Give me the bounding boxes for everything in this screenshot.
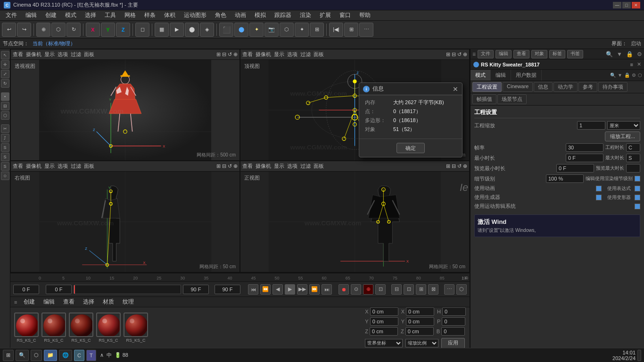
rp-menu[interactable]: ≡ [472, 51, 476, 58]
menu-mograph[interactable]: 运动图形 [180, 10, 210, 20]
redo-button[interactable]: ↪ [17, 23, 31, 37]
menu-simulate[interactable]: 模拟 [251, 10, 270, 20]
obj-expand-icon[interactable]: ≡ [630, 62, 633, 67]
go-end-btn[interactable]: ⏭ [322, 284, 332, 295]
vp4-filter[interactable]: 过滤 [300, 163, 311, 170]
node-space-value[interactable]: 当前（标准/物理） [33, 40, 75, 47]
frame-end-input[interactable] [183, 285, 209, 294]
mat-menu[interactable]: ≡ [14, 299, 17, 305]
lt-snap[interactable]: ⊹ [1, 172, 9, 180]
scale-select[interactable]: 缩放比例 [405, 339, 438, 347]
light-btn[interactable]: ✦ [249, 23, 264, 37]
vp4-camera[interactable]: 摄像机 [256, 163, 271, 170]
rp-edit[interactable]: 编辑 [495, 50, 512, 58]
vp2-select[interactable]: 选项 [287, 51, 297, 58]
mat-create[interactable]: 创建 [22, 297, 37, 307]
obj-close-icon[interactable]: ✕ [637, 61, 641, 67]
show-desktop-button[interactable] [637, 350, 641, 361]
cube-btn[interactable]: ⬛ [219, 23, 233, 37]
interface-value[interactable]: 启动 [631, 40, 641, 47]
coord-system-select[interactable]: 世界坐标 局部坐标 [365, 339, 403, 347]
mat-preview-3[interactable] [69, 313, 93, 337]
subtab-ref[interactable]: 参考 [578, 82, 597, 92]
pos-x-input[interactable] [370, 307, 398, 316]
menu-extend[interactable]: 扩展 [316, 10, 335, 20]
auto-key[interactable]: ⊕ [363, 284, 373, 295]
menu-window[interactable]: 窗口 [336, 10, 355, 20]
step-fwd-btn[interactable]: ▶▶ [297, 284, 307, 295]
pos-z-input[interactable] [370, 327, 398, 336]
menu-animate[interactable]: 动画 [231, 10, 250, 20]
fps-input[interactable] [566, 143, 603, 152]
proj-duration-input[interactable] [626, 143, 640, 152]
rp-tag[interactable]: 标签 [549, 50, 565, 58]
vp3-display[interactable]: 显示 [44, 163, 55, 170]
size-z-input[interactable] [405, 327, 434, 336]
attr-expand[interactable]: ⬡ [638, 73, 642, 78]
mat-preview-1[interactable] [14, 313, 39, 337]
vp1-view[interactable]: 查看 [13, 51, 23, 58]
anim-checkbox[interactable] [596, 186, 602, 191]
vp1-select[interactable]: 选项 [58, 51, 68, 58]
timeline-mode1[interactable]: ⊟ [391, 284, 402, 295]
motion-checkbox[interactable] [635, 204, 640, 209]
attr-lock[interactable]: 🔒 [624, 73, 630, 78]
attr-tab-userdata[interactable]: 用户数据 [511, 70, 542, 81]
explorer-button[interactable]: 📁 [44, 350, 57, 361]
max-time-input[interactable] [626, 154, 640, 162]
menu-edit[interactable]: 编辑 [22, 10, 41, 20]
lt-points[interactable]: • [1, 92, 9, 101]
menu-character[interactable]: 角色 [211, 10, 230, 20]
go-start-btn[interactable]: ⏮ [248, 284, 258, 295]
record-btn[interactable]: ⬤ [185, 23, 199, 37]
vp3-filter[interactable]: 过滤 [71, 163, 81, 170]
subtab-todo[interactable]: 待办事项 [598, 82, 627, 92]
lt-rotate[interactable]: ↻ [1, 79, 9, 88]
menu-create[interactable]: 创建 [41, 10, 60, 20]
menu-render[interactable]: 渲染 [296, 10, 315, 20]
timeline-mode4[interactable]: ⊠ [428, 284, 438, 295]
menu-mesh[interactable]: 网格 [121, 10, 140, 20]
subtab-cineware[interactable]: Cineware [503, 82, 533, 92]
info-dialog-close[interactable]: ✕ [453, 85, 458, 93]
material-item-4[interactable]: RS_KS_C [96, 313, 121, 343]
scale-input[interactable] [577, 121, 605, 130]
min-time-input[interactable] [566, 154, 603, 162]
rot-p-input[interactable] [442, 317, 465, 326]
frame-current-input[interactable] [13, 285, 39, 294]
axis-y[interactable]: Y [101, 23, 115, 37]
step-back-btn[interactable]: ◀ [272, 284, 283, 295]
tray-arrow[interactable]: ∧ [100, 352, 104, 358]
play-btn[interactable]: ▶ [285, 284, 295, 295]
menu-tracker[interactable]: 跟踪器 [271, 10, 295, 20]
attr-search[interactable]: 🔍 [610, 73, 616, 78]
teams-button[interactable]: T [86, 350, 96, 361]
menu-tools[interactable]: 工具 [101, 10, 120, 20]
subtab-scene-nodes[interactable]: 场景节点 [497, 94, 527, 104]
attr-tab-edit[interactable]: 编辑 [491, 70, 511, 81]
subtab-dynamics[interactable]: 动力学 [553, 82, 578, 92]
material-item-5[interactable]: RS_KS_C [124, 313, 148, 343]
search-button[interactable]: 🔍 [16, 350, 29, 361]
preview-max-input[interactable] [626, 164, 640, 173]
viewport-right[interactable]: 查看 摄像机 显示 选项 过滤 面板 ⊞ ⊟ ↺ ⊕ 右视图 [10, 161, 240, 272]
rp-search-icon[interactable]: 🔍 [606, 51, 613, 58]
unit-select[interactable]: 厘米 米 [607, 121, 640, 130]
frame-start-input[interactable] [46, 285, 72, 294]
generator-btn[interactable]: ⊞ [310, 23, 324, 37]
move-tool[interactable]: ⊕ [36, 23, 50, 37]
vp4-view[interactable]: 查看 [242, 163, 253, 170]
timeline-extra2[interactable]: ⬡ [456, 284, 467, 295]
vp3-select[interactable]: 选项 [58, 163, 68, 170]
rp-bookmark[interactable]: 书签 [567, 50, 583, 58]
axis-z[interactable]: Z [116, 23, 130, 37]
mat-preview-5[interactable] [124, 313, 148, 337]
vp1-filter[interactable]: 过滤 [71, 51, 81, 58]
lt-edges[interactable]: ⊟ [1, 102, 9, 110]
lt-select[interactable]: ↖ [1, 51, 9, 59]
vp2-view[interactable]: 查看 [242, 51, 253, 58]
pos-y-input[interactable] [370, 317, 398, 326]
vp1-display[interactable]: 显示 [44, 51, 55, 58]
camera-btn[interactable]: 📷 [264, 23, 279, 37]
menu-mode[interactable]: 模式 [61, 10, 80, 20]
